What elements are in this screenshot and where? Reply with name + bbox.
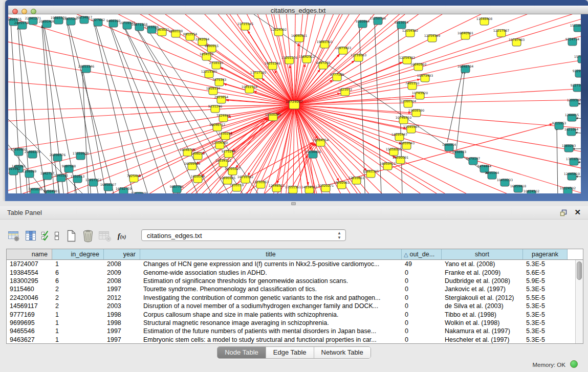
network-window-titlebar[interactable]: citations_edges.txt: [8, 6, 588, 14]
table-cell[interactable]: 0: [402, 319, 442, 326]
float-panel-icon[interactable]: [559, 209, 568, 217]
column-header-year[interactable]: year: [104, 249, 140, 259]
split-divider[interactable]: [0, 201, 588, 206]
tab-network-table[interactable]: Network Table: [314, 347, 371, 358]
table-cell[interactable]: 2: [52, 294, 104, 301]
column-header-out_de[interactable]: △out_de...: [402, 249, 442, 259]
table-cell[interactable]: Jankovic et al. (1997): [442, 286, 523, 293]
table-row[interactable]: 977716911998Corpus callosum shape and si…: [7, 310, 583, 318]
table-cell[interactable]: 2012: [104, 294, 140, 301]
column-header-in_degree[interactable]: in_degree: [52, 249, 104, 259]
table-cell[interactable]: 2008: [104, 277, 140, 285]
scrollbar-thumb[interactable]: [577, 261, 582, 280]
table-row[interactable]: 1938455462009Genome-wide association stu…: [7, 268, 583, 276]
table-settings-icon[interactable]: [7, 229, 20, 243]
table-cell[interactable]: 5.3E-5: [523, 302, 568, 310]
table-row[interactable]: 946554611997Estimation of the future num…: [7, 327, 583, 335]
table-cell[interactable]: Changes of HCN gene expression and I(f) …: [140, 260, 402, 268]
table-cell[interactable]: 5.5E-5: [523, 294, 568, 301]
table-cell[interactable]: 5.9E-5: [523, 277, 568, 285]
table-cell[interactable]: 5.3E-5: [523, 327, 568, 335]
table-cell[interactable]: Corpus callosum shape and size in male p…: [140, 311, 402, 318]
table-row[interactable]: 1830029562008Estimation of significance …: [7, 277, 583, 285]
table-cell[interactable]: 6: [52, 277, 104, 285]
table-cell[interactable]: 9777169: [7, 311, 52, 318]
function-builder-icon[interactable]: f(x): [115, 229, 128, 243]
table-cell[interactable]: 1: [52, 319, 104, 326]
network-graph-canvas[interactable]: 2160815524055724223412712069140619565370…: [8, 14, 581, 193]
table-cell[interactable]: 9115460: [7, 286, 52, 293]
table-cell[interactable]: Dudbridge et al. (2008): [442, 277, 523, 285]
row-height-icon[interactable]: [53, 229, 61, 243]
table-cell[interactable]: 2: [52, 286, 104, 293]
column-header-title[interactable]: title: [140, 249, 402, 259]
table-cell[interactable]: 0: [402, 269, 442, 276]
tab-node-table[interactable]: Node Table: [217, 347, 266, 358]
table-cell[interactable]: 5.3E-5: [523, 286, 568, 293]
divider-handle-icon[interactable]: [291, 202, 296, 205]
table-cell[interactable]: 18300295: [7, 277, 52, 285]
table-cell[interactable]: Embryonic stem cells: a model to study s…: [140, 336, 402, 343]
table-cell[interactable]: 9699695: [7, 319, 52, 326]
table-cell[interactable]: 9463627: [7, 336, 52, 343]
table-cell[interactable]: Franke et al. (2009): [442, 269, 523, 276]
import-table-icon[interactable]: [98, 229, 112, 243]
table-cell[interactable]: 0: [402, 327, 442, 335]
table-row[interactable]: 2242004622012Investigating the contribut…: [7, 294, 583, 302]
new-table-icon[interactable]: [64, 229, 78, 243]
select-rows-icon[interactable]: [41, 229, 49, 243]
table-cell[interactable]: 0: [402, 286, 442, 293]
memory-ok-icon[interactable]: [570, 360, 578, 368]
table-row[interactable]: 1872400712008Changes of HCN gene express…: [7, 260, 583, 268]
table-cell[interactable]: 22420046: [7, 294, 52, 301]
table-cell[interactable]: 1997: [104, 286, 140, 293]
select-columns-icon[interactable]: [24, 229, 37, 243]
table-cell[interactable]: 49: [402, 260, 442, 268]
table-cell[interactable]: 5.6E-5: [523, 269, 568, 276]
table-cell[interactable]: 1: [52, 336, 104, 343]
table-row[interactable]: 911546021997Tourette syndrome. Phenomeno…: [7, 285, 583, 293]
table-cell[interactable]: 1: [52, 327, 104, 335]
table-cell[interactable]: 5.3E-5: [523, 311, 568, 318]
table-cell[interactable]: 0: [402, 277, 442, 285]
table-row[interactable]: 946362711997Embryonic stem cells: a mode…: [7, 336, 583, 344]
table-cell[interactable]: 5.3E-5: [523, 319, 568, 326]
table-cell[interactable]: Estimation of the future numbers of pati…: [140, 327, 402, 335]
table-cell[interactable]: Yano et al. (2008): [442, 260, 523, 268]
table-cell[interactable]: 2009: [104, 269, 140, 276]
table-cell[interactable]: Stergiakouli et al. (2012): [442, 294, 523, 301]
column-header-short[interactable]: short: [442, 249, 523, 259]
table-cell[interactable]: Investigating the contribution of common…: [140, 294, 402, 301]
table-cell[interactable]: Wolkin et al. (1998): [442, 319, 523, 326]
table-cell[interactable]: 1: [52, 311, 104, 318]
table-cell[interactable]: Estimation of significance thresholds fo…: [140, 277, 402, 285]
table-cell[interactable]: 6: [52, 269, 104, 276]
table-cell[interactable]: Tibbo et al. (1998): [442, 311, 523, 318]
table-cell[interactable]: 0: [402, 302, 442, 310]
table-select-dropdown[interactable]: citations_edges.txt ▲▼: [141, 229, 346, 241]
table-cell[interactable]: 2008: [104, 260, 140, 268]
table-cell[interactable]: Structural magnetic resonance image aver…: [140, 319, 402, 326]
close-panel-icon[interactable]: ✕: [574, 208, 581, 217]
table-cell[interactable]: 1997: [104, 336, 140, 343]
table-cell[interactable]: 5.3E-5: [523, 336, 568, 343]
table-cell[interactable]: 2003: [104, 302, 140, 310]
column-header-pagerank[interactable]: pagerank: [523, 249, 568, 259]
vertical-scrollbar[interactable]: [575, 260, 583, 343]
table-cell[interactable]: 14569117: [7, 302, 52, 310]
table-cell[interactable]: 0: [402, 311, 442, 318]
table-cell[interactable]: 18724007: [7, 260, 52, 268]
table-cell[interactable]: Nakamura et al. (1997): [442, 327, 523, 335]
table-cell[interactable]: 1997: [104, 327, 140, 335]
table-row[interactable]: 969969511998Structural magnetic resonanc…: [7, 319, 583, 327]
table-cell[interactable]: 1: [52, 260, 104, 268]
table-cell[interactable]: 0: [402, 336, 442, 343]
table-cell[interactable]: Genome-wide association studies in ADHD.: [140, 269, 402, 276]
delete-table-icon[interactable]: [81, 229, 95, 243]
table-cell[interactable]: de Silva et al. (2003): [442, 302, 523, 310]
table-cell[interactable]: Disruption of a novel member of a sodium…: [140, 302, 402, 310]
table-cell[interactable]: 1998: [104, 319, 140, 326]
table-cell[interactable]: Hescheler et al. (1997): [442, 336, 523, 343]
tab-edge-table[interactable]: Edge Table: [266, 347, 314, 358]
table-cell[interactable]: 0: [402, 294, 442, 301]
